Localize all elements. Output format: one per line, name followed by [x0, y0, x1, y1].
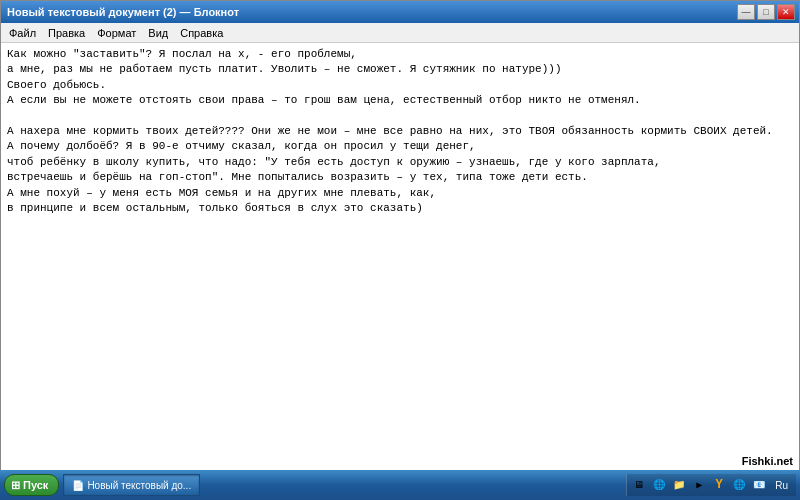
taskbar-notepad-app[interactable]: 📄 Новый текстовый до... [63, 474, 200, 496]
taskbar-app-label: Новый текстовый до... [87, 480, 191, 491]
menu-bar: Файл Правка Формат Вид Справка [1, 23, 799, 43]
minimize-button[interactable]: — [737, 4, 755, 20]
taskbar: ⊞ Пуск 📄 Новый текстовый до... 🖥 🌐 📁 ▶ Y… [0, 470, 800, 500]
editor-content[interactable]: Как можно "заставить"? Я послал на х, - … [7, 47, 793, 216]
taskbar-icon-7[interactable]: 📧 [751, 477, 767, 493]
menu-format[interactable]: Формат [91, 25, 142, 41]
title-bar: Новый текстовый документ (2) — Блокнот —… [1, 1, 799, 23]
taskbar-icon-5[interactable]: Y [711, 477, 727, 493]
notepad-window: Новый текстовый документ (2) — Блокнот —… [0, 0, 800, 500]
watermark: Fishki.net [739, 454, 796, 468]
windows-icon: ⊞ [11, 479, 20, 492]
taskbar-icon-1[interactable]: 🖥 [631, 477, 647, 493]
close-button[interactable]: ✕ [777, 4, 795, 20]
notepad-icon: 📄 [72, 480, 84, 491]
menu-file[interactable]: Файл [3, 25, 42, 41]
taskbar-icon-3[interactable]: 📁 [671, 477, 687, 493]
editor-area[interactable]: Как можно "заставить"? Я послал на х, - … [1, 43, 799, 499]
menu-help[interactable]: Справка [174, 25, 229, 41]
window-title: Новый текстовый документ (2) — Блокнот [5, 6, 239, 18]
taskbar-icon-4[interactable]: ▶ [691, 477, 707, 493]
start-button[interactable]: ⊞ Пуск [4, 474, 59, 496]
title-bar-buttons: — □ ✕ [737, 4, 795, 20]
language-indicator[interactable]: Ru [771, 480, 792, 491]
menu-view[interactable]: Вид [142, 25, 174, 41]
start-label: Пуск [23, 479, 48, 491]
taskbar-system-tray: 🖥 🌐 📁 ▶ Y 🌐 📧 Ru [626, 474, 796, 496]
menu-edit[interactable]: Правка [42, 25, 91, 41]
taskbar-icon-2[interactable]: 🌐 [651, 477, 667, 493]
taskbar-apps: 📄 Новый текстовый до... [63, 474, 622, 496]
taskbar-icon-6[interactable]: 🌐 [731, 477, 747, 493]
maximize-button[interactable]: □ [757, 4, 775, 20]
